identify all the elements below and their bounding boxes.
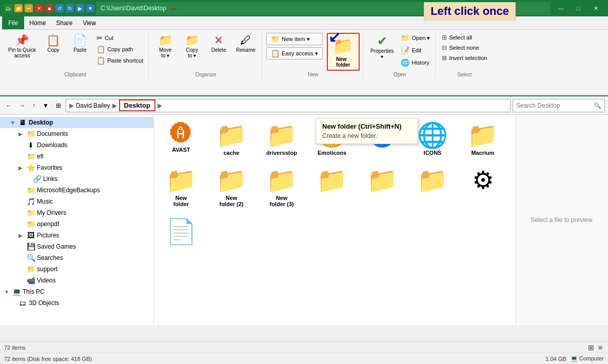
- more-icon[interactable]: ▼: [86, 4, 94, 12]
- sidebar-searches-label: Searches: [37, 254, 63, 261]
- driversstop-icon: 📁: [266, 123, 297, 148]
- sidebar-desktop-label: Desktop: [29, 119, 53, 126]
- back-button[interactable]: ←: [3, 100, 14, 111]
- detail-view-icon[interactable]: ≡: [597, 342, 604, 353]
- macrium-label: Macrium: [471, 150, 494, 156]
- search-input[interactable]: [516, 102, 592, 109]
- forward-button[interactable]: →: [16, 100, 28, 111]
- undo-icon[interactable]: ↩: [25, 4, 33, 12]
- select-none-button[interactable]: ⊟ Select none: [440, 43, 489, 52]
- cut-icon: ✂: [96, 34, 103, 42]
- efi-icon: 📁: [27, 152, 35, 160]
- properties-button[interactable]: ✔ Properties▾: [367, 33, 397, 62]
- file-newfolder3[interactable]: 📁 Newfolder (3): [259, 164, 305, 211]
- sidebar-item-pictures[interactable]: ▶ 🖼 Pictures: [0, 230, 153, 241]
- file-newfolder[interactable]: 📁 Newfolder: [158, 164, 204, 211]
- easy-access-button[interactable]: 📋 Easy access ▾: [266, 47, 323, 59]
- file-folder12[interactable]: 📁: [409, 164, 456, 211]
- cut-button[interactable]: ✂ Cut: [94, 33, 145, 43]
- rename-button[interactable]: 🖊 Rename: [233, 33, 259, 55]
- large-view-icon[interactable]: ⊞: [586, 342, 596, 353]
- sidebar-item-searches[interactable]: 🔍 Searches: [0, 252, 153, 264]
- copy-path-button[interactable]: 📋 Copy path: [94, 44, 145, 54]
- sidebar-item-desktop[interactable]: ▼ 🖥 Desktop: [0, 117, 153, 128]
- file-docfolder[interactable]: 📄: [158, 215, 204, 250]
- file-area: 🅐 AVAST 📁 cache 📁 driversstop 😀 Emoticon…: [154, 115, 516, 325]
- file-cache[interactable]: 📁 cache: [208, 119, 254, 160]
- new-items: 📁 New item ▾ 📋 Easy access ▾ 📁 Newfolder: [266, 33, 360, 71]
- app-icon-folder[interactable]: 📁: [14, 4, 23, 12]
- file-driversstop[interactable]: 📁 driversstop: [259, 119, 305, 160]
- sidebar-item-3dobjects[interactable]: 🗂 3D Objects: [0, 297, 153, 309]
- blue-arrow-annotation: ↙: [328, 29, 340, 46]
- sidebar-item-videos[interactable]: 📹 Videos: [0, 275, 153, 286]
- file-macrium[interactable]: 📁 Macrium: [460, 119, 506, 160]
- open-button[interactable]: 📁 Open ▾: [399, 33, 432, 43]
- icons-label: ICONS: [424, 150, 442, 156]
- sidebar-item-msedge[interactable]: 📁 MicrosoftEdgeBackups: [0, 185, 153, 196]
- sidebar-openpdf-label: openpdf: [37, 220, 59, 228]
- recent-button[interactable]: ▼: [40, 100, 51, 111]
- clipboard-items: 📌 Pin to Quickaccess 📋 Copy 📄 Paste ✂: [5, 33, 145, 71]
- sidebar-item-thispc[interactable]: ▼ 💻 This PC: [0, 286, 153, 297]
- refresh-icon[interactable]: ↺: [55, 4, 64, 12]
- menu-home[interactable]: Home: [24, 17, 51, 29]
- close-small-icon[interactable]: ✕: [35, 4, 43, 12]
- pin-to-quick-access-button[interactable]: 📌 Pin to Quickaccess: [5, 33, 39, 60]
- sidebar-item-mydrivers[interactable]: 📁 My Drivers: [0, 207, 153, 218]
- app-icon-green[interactable]: 🗂: [4, 4, 12, 12]
- open-items: ✔ Properties▾ 📁 Open ▾ 📝 Edit 🌐 History: [367, 33, 433, 71]
- paste-shortcut-button[interactable]: 📋 Paste shortcut: [94, 55, 145, 66]
- thispc-icon: 💻: [12, 288, 21, 296]
- nav-bar: ← → ↑ ▼ ⊞ ▶ David Bailey ▶ Desktop ▶ 🔍: [0, 96, 608, 115]
- sidebar-item-support[interactable]: 📁 support: [0, 264, 153, 275]
- select-none-icon: ⊟: [442, 44, 447, 51]
- copy-button[interactable]: 📋 Copy: [41, 33, 66, 55]
- history-button[interactable]: 🌐 History: [399, 57, 432, 68]
- breadcrumb-arrow: ▶: [158, 102, 162, 109]
- minimize-button[interactable]: —: [553, 3, 569, 13]
- terminal-icon[interactable]: ▶: [76, 4, 84, 12]
- paste-button[interactable]: 📄 Paste: [68, 33, 92, 55]
- sidebar-item-music[interactable]: 🎵 Music: [0, 196, 153, 207]
- open-label: Open ▾: [411, 35, 430, 42]
- copy-to-button[interactable]: 📁 Copyto ▾: [180, 33, 204, 60]
- new-item-button[interactable]: 📁 New item ▾: [266, 33, 323, 45]
- sidebar-item-openpdf[interactable]: 📁 openpdf: [0, 218, 153, 230]
- move-to-button[interactable]: 📁 Moveto ▾: [153, 33, 178, 60]
- sidebar-item-documents[interactable]: ▶ 📁 Documents: [0, 128, 153, 139]
- nav-view-button[interactable]: ⊞: [53, 100, 64, 111]
- sidebar-item-downloads[interactable]: ⬇ Downloads: [0, 139, 153, 151]
- select-all-button[interactable]: ⊞ Select all: [440, 33, 489, 42]
- breadcrumb-user[interactable]: David Bailey: [76, 102, 110, 109]
- file-newfolder2[interactable]: 📁 Newfolder (2): [208, 164, 254, 211]
- sidebar-item-savedgames[interactable]: 💾 Saved Games: [0, 241, 153, 252]
- file-pinkfolder[interactable]: 📁: [309, 164, 355, 211]
- up-button[interactable]: ↑: [30, 100, 38, 111]
- sidebar-videos-label: Videos: [37, 277, 55, 284]
- maximize-button[interactable]: □: [570, 3, 586, 13]
- close-button[interactable]: ✕: [587, 3, 604, 13]
- invert-selection-button[interactable]: ⊠ Invert selection: [440, 53, 489, 63]
- paste-shortcut-icon: 📋: [96, 56, 105, 65]
- videos-icon: 📹: [27, 276, 35, 285]
- rename-icon: 🖊: [240, 35, 251, 46]
- breadcrumb-current[interactable]: Desktop: [119, 99, 155, 111]
- file-gearfolder[interactable]: ⚙: [460, 164, 506, 211]
- redo-icon[interactable]: ↻: [66, 4, 74, 12]
- sidebar-item-efi[interactable]: 📁 efi: [0, 151, 153, 162]
- file-avast[interactable]: 🅐 AVAST: [158, 119, 204, 160]
- menu-share[interactable]: Share: [51, 17, 77, 29]
- stop-icon[interactable]: ■: [45, 4, 53, 12]
- search-box[interactable]: 🔍: [513, 99, 605, 112]
- copy-path-icon: 📋: [96, 45, 105, 53]
- sidebar-item-favorites[interactable]: ▶ ⭐ Favorites: [0, 162, 153, 173]
- edit-button[interactable]: 📝 Edit: [399, 45, 432, 55]
- delete-button[interactable]: ✕ Delete: [206, 33, 231, 55]
- new-item-label: New item ▾: [282, 36, 310, 43]
- file-yellowfolder2[interactable]: 📁: [359, 164, 405, 211]
- easy-access-label: Easy access ▾: [282, 50, 318, 57]
- sidebar-item-links[interactable]: 🔗 Links: [0, 173, 153, 185]
- menu-file[interactable]: File: [2, 16, 24, 29]
- menu-view[interactable]: View: [77, 17, 101, 29]
